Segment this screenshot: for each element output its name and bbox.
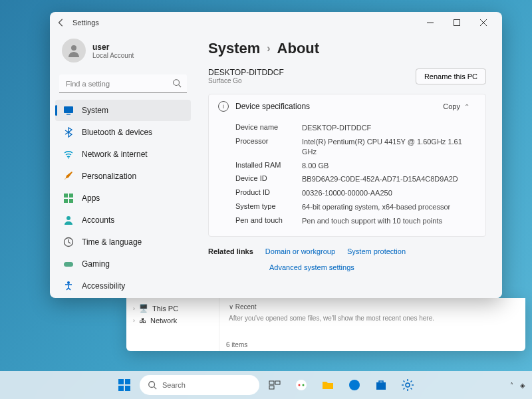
user-block[interactable]: user Local Account (55, 33, 191, 72)
explorer-nav-thispc[interactable]: › 🖥️ This PC (133, 302, 212, 315)
explorer-nav-tree: › 🖥️ This PC › 🖧 Network (126, 298, 219, 351)
user-name: user (92, 43, 134, 52)
nav-personalization[interactable]: Personalization (55, 166, 191, 187)
svg-rect-16 (64, 262, 73, 267)
taskbar-settings[interactable] (396, 374, 419, 396)
spec-row: Pen and touchPen and touch support with … (235, 214, 476, 228)
wifi-icon (63, 149, 74, 160)
related-links-sub: Advanced system settings (208, 261, 486, 274)
explorer-nav-label: Network (150, 317, 177, 325)
spec-row: Device nameDESKTOP-DITDDCF (235, 121, 476, 135)
card-header[interactable]: i Device specifications Copy ⌃ (209, 94, 485, 118)
breadcrumb-current: About (277, 40, 320, 57)
nav-accessibility[interactable]: Accessibility (55, 275, 191, 297)
svg-point-27 (296, 380, 307, 390)
svg-point-5 (174, 80, 180, 86)
wifi-tray-icon[interactable]: ◈ (520, 382, 525, 389)
chevron-right-icon: › (133, 317, 135, 324)
titlebar: Settings (50, 12, 502, 33)
link-domain-workgroup[interactable]: Domain or workgroup (265, 247, 335, 255)
search-input[interactable] (59, 74, 187, 93)
gaming-icon (63, 259, 74, 269)
bluetooth-icon (63, 127, 74, 138)
main-content: System › About DESKTOP-DITDDCF Surface G… (196, 33, 502, 298)
explorer-empty-text: After you've opened some files, we'll sh… (229, 315, 516, 322)
close-button[interactable] (470, 13, 497, 32)
svg-rect-7 (64, 106, 73, 113)
nav-apps[interactable]: Apps (55, 188, 191, 209)
breadcrumb-parent[interactable]: System (208, 40, 260, 57)
nav-label: Gaming (82, 259, 110, 269)
svg-rect-8 (66, 114, 70, 115)
nav-network[interactable]: Network & internet (55, 144, 191, 165)
paintbrush-icon (63, 171, 74, 182)
start-button[interactable] (113, 374, 136, 396)
explorer-content: ∨ Recent After you've opened some files,… (219, 298, 525, 351)
taskbar-app-chat[interactable] (290, 374, 313, 396)
taskbar: Search ˄ ◈ (0, 371, 532, 399)
svg-line-23 (154, 387, 157, 390)
taskbar-search-label: Search (162, 381, 186, 389)
rename-pc-button[interactable]: Rename this PC (416, 68, 486, 84)
nav-privacy[interactable]: Privacy & security (55, 297, 191, 298)
file-explorer-window[interactable]: › 🖥️ This PC › 🖧 Network ∨ Recent After … (126, 298, 525, 351)
chevron-up-icon[interactable]: ˄ (510, 382, 513, 389)
svg-point-4 (71, 45, 76, 51)
nav-label: Network & internet (82, 150, 148, 159)
svg-rect-21 (125, 386, 130, 391)
link-system-protection[interactable]: System protection (347, 247, 406, 255)
device-name: DESKTOP-DITDDCF (208, 68, 284, 77)
spec-row: Product ID00326-10000-00000-AA250 (235, 186, 476, 200)
nav-bluetooth[interactable]: Bluetooth & devices (55, 122, 191, 143)
card-title: Device specifications (235, 102, 430, 111)
nav: System Bluetooth & devices Network & int… (55, 100, 191, 298)
maximize-button[interactable] (444, 13, 470, 32)
spec-table: Device nameDESKTOP-DITDDCF ProcessorInte… (209, 118, 485, 236)
user-account-type: Local Account (92, 52, 134, 59)
explorer-section-recent: ∨ Recent (229, 303, 516, 311)
svg-rect-12 (64, 199, 68, 203)
taskbar-search[interactable]: Search (140, 375, 259, 395)
minimize-button[interactable] (417, 13, 444, 32)
nav-label: Accessibility (82, 281, 125, 291)
copy-button[interactable]: Copy ⌃ (436, 101, 476, 112)
nav-accounts[interactable]: Accounts (55, 209, 191, 231)
svg-point-32 (406, 383, 410, 387)
svg-rect-25 (275, 381, 280, 384)
nav-label: Apps (82, 194, 100, 203)
pc-header-row: DESKTOP-DITDDCF Surface Go Rename this P… (208, 68, 486, 84)
nav-system[interactable]: System (55, 100, 191, 121)
taskbar-store[interactable] (370, 374, 392, 396)
link-advanced-settings[interactable]: Advanced system settings (269, 263, 354, 271)
related-links: Related links Domain or workgroup System… (208, 245, 486, 258)
task-view-button[interactable] (263, 374, 286, 396)
clock-icon (63, 237, 74, 247)
spec-row: Device IDBB9D6A29-C0DE-452A-AD71-D15A4C8… (235, 172, 476, 186)
svg-rect-26 (269, 386, 274, 389)
search-icon (172, 78, 182, 88)
accessibility-icon (63, 281, 74, 291)
taskbar-edge[interactable] (343, 374, 366, 396)
svg-rect-19 (125, 379, 130, 384)
taskbar-system-tray[interactable]: ˄ ◈ (510, 382, 525, 389)
spec-row: ProcessorIntel(R) Pentium(R) CPU 4415Y @… (235, 135, 476, 159)
nav-label: Accounts (82, 215, 114, 225)
svg-rect-20 (118, 386, 124, 391)
app-title: Settings (72, 19, 99, 27)
monitor-icon: 🖥️ (139, 304, 148, 313)
svg-point-17 (67, 281, 70, 284)
back-button[interactable] (55, 17, 67, 29)
nav-label: System (82, 106, 108, 115)
nav-gaming[interactable]: Gaming (55, 253, 191, 275)
explorer-nav-network[interactable]: › 🖧 Network (133, 315, 212, 327)
spec-row: System type64-bit operating system, x64-… (235, 200, 476, 214)
spec-row: Installed RAM8.00 GB (235, 159, 476, 173)
svg-point-28 (299, 384, 301, 386)
related-links-label: Related links (208, 247, 253, 255)
taskbar-explorer[interactable] (317, 374, 339, 396)
svg-point-14 (66, 216, 70, 220)
nav-label: Bluetooth & devices (82, 128, 152, 137)
svg-point-9 (68, 158, 69, 159)
nav-time-language[interactable]: Time & language (55, 231, 191, 253)
svg-point-30 (349, 380, 360, 390)
